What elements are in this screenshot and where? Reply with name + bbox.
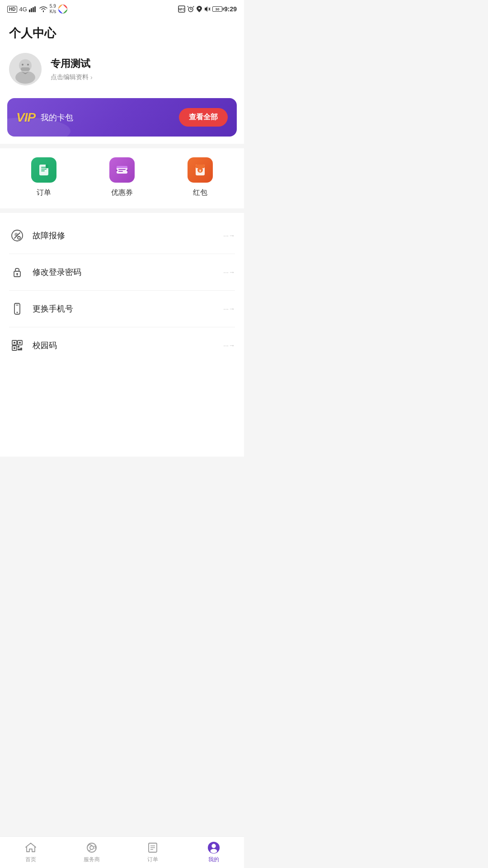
main-content: 个人中心 专用测试 点击编辑资料 › — [0, 16, 244, 457]
avatar[interactable] — [9, 53, 42, 85]
svg-point-12 — [15, 71, 35, 84]
time-display: 9:29 — [224, 5, 237, 13]
campus-icon — [9, 337, 25, 354]
page-title: 个人中心 — [9, 25, 235, 41]
vip-left: VIP 我的卡包 — [16, 110, 73, 125]
phone-arrow: ···→ — [223, 305, 235, 312]
campus-arrow: ···→ — [223, 342, 235, 349]
svg-point-35 — [16, 273, 18, 275]
nfc-icon: NFC — [178, 5, 185, 13]
repair-arrow: ···→ — [223, 232, 235, 239]
divider-1 — [0, 144, 244, 148]
status-hd: HD — [7, 6, 17, 13]
order-icon — [37, 163, 51, 177]
quick-actions: 订单 优惠券 ¥ — [0, 148, 244, 208]
svg-rect-31 — [196, 165, 205, 168]
svg-text:NFC: NFC — [178, 8, 185, 11]
repair-icon — [9, 227, 25, 244]
svg-rect-39 — [16, 305, 19, 306]
location-icon — [196, 5, 202, 13]
status-left: HD 4G 5.9K/s — [7, 4, 68, 14]
status-bar: HD 4G 5.9K/s NFC — [0, 0, 244, 16]
svg-rect-0 — [29, 9, 30, 12]
menu-section: 故障报修 ···→ 修改登录密码 ···→ — [0, 217, 244, 363]
signal-icon — [29, 6, 37, 12]
svg-rect-45 — [14, 347, 15, 349]
password-text: 修改登录密码 — [33, 267, 223, 278]
campus-text: 校园码 — [33, 340, 223, 351]
vip-label: 我的卡包 — [41, 112, 73, 123]
quick-action-redpacket[interactable]: ¥ 红包 — [161, 157, 239, 198]
order-label: 订单 — [37, 188, 51, 198]
page-header: 个人中心 — [0, 16, 244, 46]
battery-icon: 30 — [212, 6, 222, 12]
redpacket-label: 红包 — [193, 188, 207, 198]
password-arrow: ···→ — [223, 269, 235, 276]
colorful-icon — [58, 4, 68, 14]
svg-rect-3 — [34, 6, 36, 12]
wifi-icon — [39, 6, 48, 12]
svg-point-33 — [18, 236, 20, 239]
profile-name: 专用测试 — [51, 57, 93, 71]
svg-point-14 — [22, 64, 23, 66]
svg-rect-16 — [21, 67, 30, 71]
vip-view-all-button[interactable]: 查看全部 — [179, 108, 228, 127]
svg-rect-46 — [18, 346, 19, 348]
mute-icon — [204, 5, 211, 13]
avatar-image — [9, 53, 42, 85]
svg-rect-22 — [117, 167, 127, 174]
coupon-icon — [115, 163, 129, 177]
vip-logo: VIP — [16, 110, 35, 125]
svg-rect-19 — [41, 169, 47, 170]
profile-info: 专用测试 点击编辑资料 › — [51, 57, 93, 81]
quick-action-coupon[interactable]: 优惠券 — [83, 157, 161, 198]
password-icon — [9, 264, 25, 280]
svg-point-8 — [198, 8, 200, 9]
menu-item-repair[interactable]: 故障报修 ···→ — [9, 217, 235, 254]
menu-item-campus[interactable]: 校园码 ···→ — [9, 327, 235, 363]
redpacket-icon-bg: ¥ — [188, 157, 213, 183]
status-right: NFC 30 9:29 — [178, 5, 237, 13]
svg-text:¥: ¥ — [199, 169, 202, 173]
profile-section[interactable]: 专用测试 点击编辑资料 › — [0, 46, 244, 96]
redpacket-icon: ¥ — [193, 163, 207, 177]
phone-text: 更换手机号 — [33, 303, 223, 314]
svg-point-26 — [116, 170, 117, 171]
menu-item-phone[interactable]: 更换手机号 ···→ — [9, 291, 235, 327]
svg-rect-25 — [118, 171, 123, 172]
svg-rect-1 — [31, 8, 32, 12]
svg-rect-43 — [14, 342, 15, 344]
alarm-icon — [187, 5, 194, 13]
svg-rect-23 — [117, 166, 127, 168]
chevron-right-icon: › — [90, 74, 93, 81]
repair-text: 故障报修 — [33, 230, 223, 241]
coupon-label: 优惠券 — [111, 188, 133, 198]
svg-rect-2 — [33, 7, 34, 12]
svg-point-15 — [27, 64, 29, 66]
svg-rect-20 — [41, 170, 45, 171]
svg-rect-48 — [18, 349, 20, 350]
svg-point-27 — [127, 170, 128, 171]
order-icon-bg — [31, 157, 56, 183]
coupon-icon-bg — [109, 157, 135, 183]
svg-point-38 — [17, 312, 18, 313]
divider-2 — [0, 208, 244, 213]
phone-icon — [9, 301, 25, 317]
svg-rect-21 — [46, 165, 48, 168]
status-signal: 4G — [19, 6, 27, 13]
svg-rect-44 — [19, 342, 21, 344]
profile-edit-link[interactable]: 点击编辑资料 › — [51, 73, 93, 81]
menu-item-password[interactable]: 修改登录密码 ···→ — [9, 254, 235, 291]
svg-rect-24 — [118, 169, 126, 170]
quick-action-order[interactable]: 订单 — [5, 157, 83, 198]
svg-rect-47 — [20, 348, 22, 350]
speed-text: 5.9K/s — [50, 4, 56, 14]
vip-banner[interactable]: VIP 我的卡包 查看全部 — [7, 98, 237, 137]
